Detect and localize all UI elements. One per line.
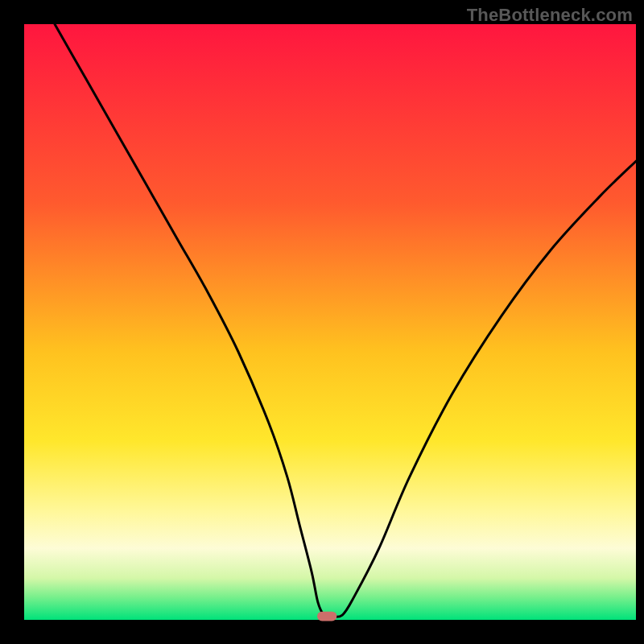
bottleneck-chart bbox=[0, 0, 644, 644]
plot-area bbox=[24, 24, 636, 620]
chart-frame: TheBottleneck.com bbox=[0, 0, 644, 644]
watermark-text: TheBottleneck.com bbox=[467, 5, 633, 26]
optimal-marker bbox=[317, 612, 336, 621]
